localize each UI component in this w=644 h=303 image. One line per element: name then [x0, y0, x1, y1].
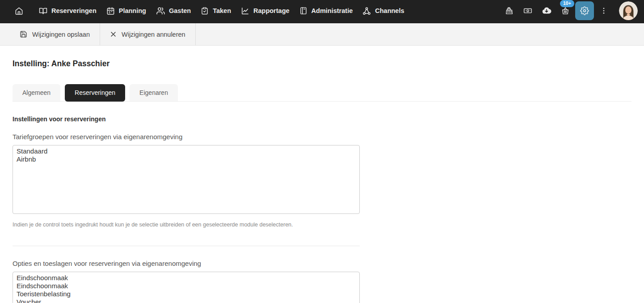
- home-button[interactable]: [10, 2, 28, 20]
- cancel-changes-label: Wijzigingen annuleren: [122, 31, 185, 38]
- listbox-option[interactable]: Voucher: [13, 298, 359, 303]
- cloud-download-button[interactable]: [538, 2, 556, 20]
- kebab-menu-button[interactable]: [595, 2, 613, 20]
- nav-item-label: Gasten: [169, 7, 191, 14]
- users-icon: [156, 6, 165, 15]
- listbox-option[interactable]: Airbnb: [13, 155, 359, 163]
- nav-item-rapportage[interactable]: Rapportage: [236, 1, 295, 21]
- save-changes-button[interactable]: Wijzigingen opslaan: [10, 23, 100, 45]
- gear-icon: [580, 6, 589, 15]
- basket-button[interactable]: 10+: [556, 2, 574, 20]
- nav-item-administratie[interactable]: Administratie: [295, 1, 358, 21]
- save-icon: [20, 30, 27, 38]
- nav-item-label: Planning: [119, 7, 146, 14]
- top-navbar: Reserveringen Planning Gasten: [0, 0, 644, 23]
- tariff-groups-help-text: Indien je de control toets ingedrukt hou…: [13, 222, 631, 228]
- nav-item-label: Rapportage: [253, 7, 290, 14]
- options-surcharges-listbox[interactable]: Eindschoonmaak Eindschoonmaak Toeristenb…: [13, 272, 360, 303]
- actions-toolbar: Wijzigingen opslaan Wijzigingen annulere…: [0, 23, 644, 46]
- settings-button[interactable]: [575, 1, 594, 20]
- section-divider: [13, 246, 360, 246]
- nav-item-label: Channels: [375, 7, 404, 14]
- cash-register-icon: [505, 7, 514, 15]
- calendar-icon: [106, 7, 115, 15]
- listbox-option[interactable]: Standaard: [13, 147, 359, 155]
- nav-item-label: Reserveringen: [51, 7, 97, 14]
- options-surcharges-label: Opties en toeslagen voor reserveringen v…: [13, 260, 631, 267]
- nav-item-gasten[interactable]: Gasten: [151, 1, 196, 21]
- tab-eigenaren[interactable]: Eigenaren: [130, 84, 178, 101]
- share-network-icon: [362, 7, 371, 15]
- tab-reserveringen[interactable]: Reserveringen: [65, 84, 125, 102]
- listbox-option[interactable]: Eindschoonmaak: [13, 282, 359, 290]
- tab-bar: Algemeen Reserveringen Eigenaren: [13, 84, 631, 102]
- banknote-icon: [523, 6, 532, 15]
- nav-item-label: Taken: [213, 7, 231, 14]
- basket-icon: [561, 6, 570, 15]
- save-changes-label: Wijzigingen opslaan: [32, 31, 90, 38]
- book-open-icon: [39, 7, 47, 15]
- kebab-menu-icon: [600, 7, 608, 15]
- cash-register-button[interactable]: [500, 2, 518, 20]
- cloud-download-icon: [542, 6, 551, 16]
- nav-item-reserveringen[interactable]: Reserveringen: [34, 1, 101, 21]
- listbox-option[interactable]: Toeristenbelasting: [13, 290, 359, 298]
- banknote-button[interactable]: [519, 2, 537, 20]
- cancel-changes-button[interactable]: Wijzigingen annuleren: [100, 23, 196, 45]
- nav-item-taken[interactable]: Taken: [196, 1, 236, 21]
- tariff-groups-listbox[interactable]: Standaard Airbnb: [13, 145, 360, 214]
- listbox-option[interactable]: Eindschoonmaak: [13, 274, 359, 282]
- nav-item-planning[interactable]: Planning: [101, 1, 151, 21]
- nav-item-label: Administratie: [311, 7, 353, 14]
- user-avatar[interactable]: [619, 1, 638, 20]
- nav-right-group: 10+: [499, 1, 638, 20]
- nav-item-channels[interactable]: Channels: [358, 1, 409, 21]
- clipboard-icon: [201, 7, 209, 15]
- tab-algemeen[interactable]: Algemeen: [13, 84, 60, 101]
- section-heading: Instellingen voor reserveringen: [13, 115, 631, 123]
- nav-left-group: Reserveringen Planning Gasten: [10, 1, 409, 21]
- home-icon: [15, 7, 23, 15]
- tariff-groups-label: Tariefgroepen voor reserveringen via eig…: [13, 133, 631, 141]
- close-icon: [110, 31, 117, 38]
- avatar-photo: [619, 1, 638, 20]
- ledger-book-icon: [299, 7, 307, 15]
- page-title: Instelling: Anke Passchier: [13, 59, 631, 68]
- chart-line-icon: [241, 7, 249, 15]
- main-content: Instelling: Anke Passchier Algemeen Rese…: [0, 59, 644, 303]
- basket-count-badge: 10+: [560, 0, 574, 7]
